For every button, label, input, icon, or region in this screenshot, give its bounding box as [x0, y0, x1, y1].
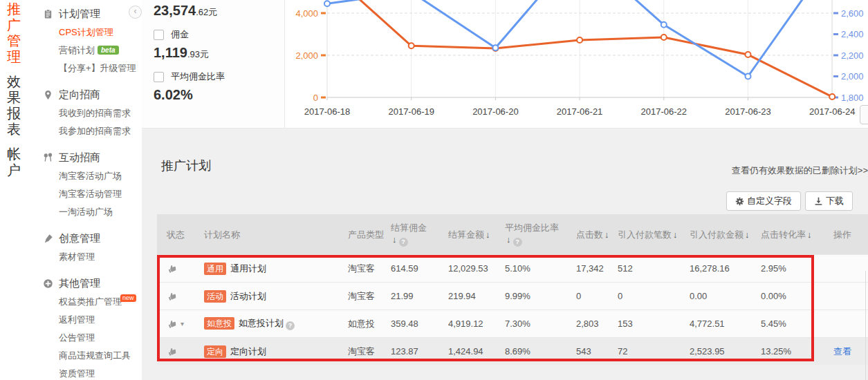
chart-x-tick-label: 2017-06-21: [557, 106, 603, 117]
help-icon[interactable]: ?: [513, 238, 522, 247]
sidebar-group-header-targeted-investment[interactable]: 定向招商: [28, 85, 142, 104]
beta-badge: beta: [98, 46, 119, 55]
thumb-up-icon[interactable]: [167, 346, 178, 357]
chart-side-widget-stub[interactable]: [860, 105, 868, 124]
thumb-up-icon[interactable]: [167, 263, 178, 274]
table-header-row: 状态计划名称产品类型结算佣金↓?结算金额↓平均佣金比率↓?点击数↓引入付款笔数↓…: [157, 214, 868, 254]
sidebar-item-label: 营销计划: [59, 45, 95, 55]
amount-cell: 4,919.12: [448, 319, 505, 329]
blue-series-marker: [746, 74, 751, 79]
download-button[interactable]: 下载: [805, 191, 853, 211]
commission-value-dec: .93元: [187, 49, 209, 59]
commission-checkbox[interactable]: [154, 30, 164, 40]
plan-name-link[interactable]: 通用计划: [230, 263, 266, 274]
brush-icon: [43, 234, 53, 244]
column-header-clicks[interactable]: 点击数↓: [576, 229, 618, 240]
metric-commission-checkbox-row: 佣金: [154, 28, 284, 41]
plan-name-link[interactable]: 活动计划: [230, 291, 266, 301]
sidebar-item-rights-promotion-management[interactable]: 权益类推广管理new: [28, 293, 142, 311]
sidebar-item-rebate-management[interactable]: 返利管理: [28, 311, 142, 329]
status-cell: [167, 290, 204, 302]
column-header-amount[interactable]: 结算金额↓: [448, 229, 505, 240]
plan-name-link[interactable]: 定向计划: [230, 346, 266, 357]
thumb-up-icon[interactable]: [167, 291, 178, 302]
metric-top-value-dec: .62元: [196, 7, 217, 17]
column-header-commission[interactable]: 结算佣金↓?: [391, 222, 448, 247]
orders-cell: 153: [618, 319, 690, 329]
plan-name-cell: 定向定向计划: [204, 345, 348, 358]
blue-series-marker: [492, 45, 498, 50]
avg-commission-rate-checkbox[interactable]: [154, 72, 164, 82]
column-header-orders[interactable]: 引入付款笔数↓: [618, 229, 690, 240]
orders-cell: 72: [618, 346, 690, 357]
traffic-line-chart: 2017-06-182017-06-192017-06-202017-06-21…: [285, 0, 868, 129]
vertical-nav-char: 推: [0, 1, 28, 17]
column-header-cvr[interactable]: 点击转化率↓: [761, 229, 833, 240]
column-header-rate[interactable]: 平均佣金比率↓?: [505, 222, 576, 247]
column-label: 结算佣金: [391, 222, 448, 234]
sidebar-group-plan-management: 计划管理CPS计划管理营销计划beta【分享+】升级管理: [28, 4, 142, 77]
vertical-nav-item-promotion-management[interactable]: 推广管理: [0, 0, 28, 65]
plus-circle-icon: [43, 278, 53, 289]
sort-desc-icon[interactable]: ↓: [506, 234, 511, 245]
sidebar-item-qualification-management[interactable]: 资质管理: [28, 365, 142, 380]
sort-desc-icon[interactable]: ↓: [604, 229, 609, 240]
payment-cell: 0.00: [690, 291, 761, 301]
vertical-nav-char: 报: [0, 106, 28, 122]
sidebar-item-cps-plan-management[interactable]: CPS计划管理: [28, 23, 142, 41]
sidebar-item-taobaoke-activity-plaza[interactable]: 淘宝客活动广场: [28, 167, 142, 185]
help-icon[interactable]: ?: [399, 238, 408, 247]
sort-desc-icon[interactable]: ↓: [486, 229, 490, 240]
sidebar-item-marketing-plan[interactable]: 营销计划beta: [28, 41, 142, 59]
payment-cell: 16,278.16: [690, 263, 761, 274]
sidebar-group-header-interactive-investment[interactable]: 互动招商: [28, 148, 142, 167]
sidebar-item-received-investment-requests[interactable]: 我收到的招商需求: [28, 104, 142, 122]
sidebar-item-joined-investment-requests[interactable]: 我参加的招商需求: [28, 122, 142, 140]
table-row-定向计划: 定向定向计划淘宝客123.871,424.948.69%543722,523.9…: [157, 337, 868, 365]
sidebar-group-label: 其他管理: [59, 277, 100, 290]
product-cell: 淘宝客: [348, 263, 391, 275]
sidebar-item-announcement-management[interactable]: 公告管理: [28, 329, 142, 347]
sidebar-item-product-violation-query-tool[interactable]: 商品违规查询工具: [28, 347, 142, 365]
sidebar-group-other-management: 其他管理权益类推广管理new返利管理公告管理商品违规查询工具资质管理: [28, 274, 142, 380]
sidebar-item-material-management[interactable]: 素材管理: [28, 248, 142, 266]
vertical-nav-item-account[interactable]: 帐户: [0, 146, 28, 178]
vertical-nav-item-effect-reports[interactable]: 效果报表: [0, 74, 28, 137]
column-header-payment[interactable]: 引入付款金额↓: [690, 229, 761, 240]
chevron-down-icon[interactable]: ▾: [181, 320, 184, 327]
chart-left-axis-label: 0: [313, 93, 318, 103]
commission-value-int: 1,119: [154, 45, 187, 60]
metric-rate-checkbox-row: 平均佣金比率: [154, 70, 284, 83]
sidebar-group-header-creative-management[interactable]: 创意管理: [28, 229, 142, 248]
view-report-link[interactable]: 查看: [833, 346, 851, 357]
sidebar-group-label: 计划管理: [59, 8, 100, 21]
sidebar-group-header-other-management[interactable]: 其他管理: [28, 274, 142, 293]
sort-desc-icon[interactable]: ↓: [392, 234, 397, 245]
sidebar-item-label: 淘宝客活动管理: [59, 189, 122, 199]
pin-icon: [43, 90, 53, 100]
customize-fields-button[interactable]: 自定义字段: [726, 191, 801, 211]
avg-commission-rate-value: 6.02%: [154, 87, 193, 102]
payment-cell: 2,523.95: [690, 346, 761, 357]
traffic-chart-panel: 2017-06-182017-06-192017-06-202017-06-21…: [284, 0, 868, 129]
vertical-nav-char: 效: [0, 74, 28, 90]
thumb-up-icon[interactable]: [167, 319, 178, 330]
sidebar-item-share-upgrade-management[interactable]: 【分享+】升级管理: [28, 59, 142, 77]
sidebar-group-header-plan-management[interactable]: 计划管理: [28, 4, 142, 23]
plan-name-link[interactable]: 如意投计划: [239, 318, 284, 328]
vertical-nav-char: 帐: [0, 146, 28, 162]
help-icon[interactable]: ?: [286, 321, 295, 330]
page-title: 推广计划: [161, 158, 211, 174]
sort-desc-icon[interactable]: ↓: [673, 229, 678, 240]
view-deleted-plans-link[interactable]: 查看仍有效果数据的已删除计划>>: [732, 164, 868, 177]
sort-desc-icon[interactable]: ↓: [745, 229, 750, 240]
sidebar-collapse-button[interactable]: ‹: [129, 6, 142, 19]
sidebar-item-etao-activity-plaza[interactable]: 一淘活动广场: [28, 203, 142, 221]
sidebar-item-label: 权益类推广管理: [59, 296, 122, 307]
sidebar-item-label: CPS计划管理: [59, 27, 113, 37]
amount-cell: 1,424.94: [448, 346, 505, 357]
chart-left-tick: [321, 55, 326, 57]
sort-desc-icon[interactable]: ↓: [807, 229, 812, 240]
sidebar-item-label: 商品违规查询工具: [59, 350, 131, 361]
sidebar-item-taobaoke-activity-management[interactable]: 淘宝客活动管理: [28, 185, 142, 203]
